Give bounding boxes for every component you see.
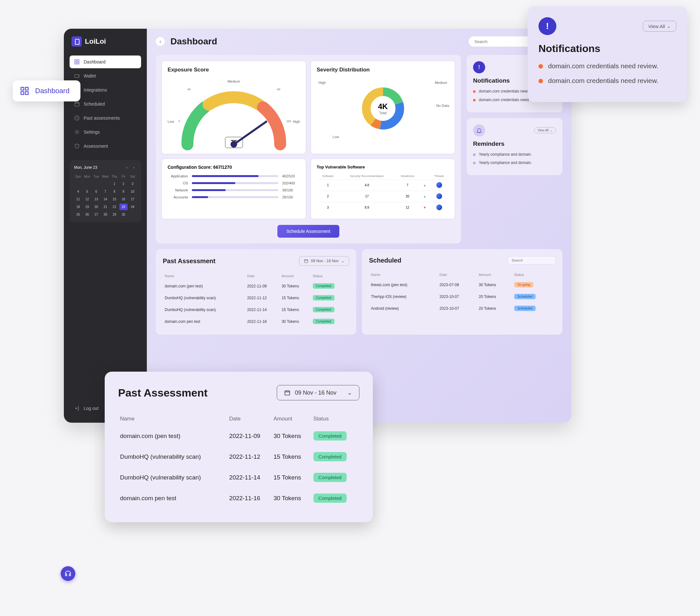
calendar-day (129, 211, 137, 218)
table-row[interactable]: Android (review)2023-10-0720 TokensSched… (370, 303, 555, 314)
svg-point-10 (76, 131, 78, 133)
table-row[interactable]: DumboHQ (vulnerability scan)2022-11-1215… (119, 447, 359, 467)
date-range-picker[interactable]: 09 Nov - 16 Nov ⌄ (277, 385, 359, 400)
calendar-day[interactable]: 12 (83, 196, 91, 203)
schedule-button[interactable]: Schedule Assessment (277, 225, 339, 238)
svg-rect-21 (26, 87, 28, 90)
config-row: OS202/400 (167, 181, 300, 185)
calendar-day[interactable]: 14 (101, 196, 109, 203)
sidebar-item-wallet[interactable]: Wallet (70, 69, 141, 82)
calendar-day[interactable]: 17 (129, 196, 137, 203)
sidebar-item-assessment[interactable]: Assessment (70, 140, 141, 153)
calendar-day[interactable]: 19 (83, 204, 91, 210)
tick: 0 (178, 120, 180, 123)
config-row: Accounts28/150 (167, 195, 300, 199)
table-row[interactable]: DumboHQ (vulnerability scan)2022-11-1415… (119, 467, 359, 487)
calendar-dow: Sat (129, 174, 137, 180)
gauge-label-high: High (293, 120, 300, 124)
table-row[interactable]: domain.com pen test2022-11-1630 TokensCo… (163, 316, 349, 327)
calendar-day[interactable]: 5 (83, 188, 91, 195)
app-window: LoiLoi Dashboard Wallet Integrations Sch… (64, 29, 571, 423)
table-row[interactable]: thewiz.com (pen test)2023-07-0830 Tokens… (370, 279, 555, 290)
svg-rect-1 (77, 60, 79, 61)
table-row[interactable]: TheApp iOS (review)2023-10-0720 TokensSc… (370, 291, 555, 302)
calendar-day[interactable]: 16 (120, 196, 127, 203)
calendar-day (101, 181, 109, 187)
metrics-panel: Exposure Score Medium (156, 55, 461, 243)
calendar-day[interactable]: 13 (92, 196, 100, 203)
vuln-title: Top Vulnerable Software (317, 165, 449, 169)
calendar-day[interactable]: 24 (129, 204, 137, 210)
calendar-day[interactable]: 27 (92, 211, 100, 218)
table-row[interactable]: DumboHQ (vulnerability scan)2022-11-1415… (163, 304, 349, 315)
past-assessment-card: Past Assessment 09 Nov - 16 Nov ⌄ NameDa… (156, 249, 356, 335)
status-dot (473, 162, 476, 164)
calendar-day[interactable]: 11 (74, 196, 82, 203)
calendar-day[interactable]: 23 (120, 204, 127, 210)
svg-rect-8 (75, 102, 79, 106)
list-item: Yearly compliance and domain. (473, 152, 556, 157)
calendar-day[interactable]: 30 (120, 211, 127, 218)
calendar-day[interactable]: 21 (101, 204, 109, 210)
table-row[interactable]: domain.com (pen test)2022-11-0930 Tokens… (119, 426, 359, 446)
gauge-label-medium: Medium (228, 79, 240, 83)
sidebar-item-dashboard[interactable]: Dashboard (70, 55, 141, 68)
back-button[interactable]: ‹ (156, 37, 165, 46)
calendar-title: Mon, June 23 (74, 165, 97, 170)
view-all-button[interactable]: View All ⌄ (534, 127, 556, 133)
view-all-button[interactable]: View All ⌄ (643, 21, 676, 31)
table-row[interactable]: domain.com (pen test)2022-11-0930 Tokens… (163, 280, 349, 292)
lock-icon (72, 36, 82, 47)
column-header: Status (312, 272, 349, 280)
floating-nav-chip[interactable]: Dashboard (13, 80, 80, 101)
table-row[interactable]: domain.com pen test2022-11-1630 TokensCo… (119, 488, 359, 508)
config-value: 39/100 (282, 188, 300, 192)
scheduled-card: Scheduled NameDateAmountStatusthewiz.com… (362, 249, 562, 335)
svg-rect-22 (21, 92, 24, 95)
calendar-day[interactable]: 8 (110, 188, 118, 195)
scheduled-search[interactable] (508, 256, 555, 265)
calendar-day[interactable]: 3 (129, 181, 137, 187)
sidebar-item-settings[interactable]: Settings (70, 126, 141, 139)
calendar-day[interactable]: 18 (74, 204, 82, 210)
calendar-day[interactable]: 26 (83, 211, 91, 218)
calendar-next[interactable]: › (131, 165, 137, 170)
config-value: 202/400 (282, 181, 300, 185)
list-item: Yearly compliance and domain. (473, 160, 556, 166)
calendar-prev[interactable]: ‹ (124, 165, 129, 170)
search-input[interactable] (474, 39, 531, 44)
list-item: domain.com credentials need review. (538, 62, 676, 70)
table-row: 38.912▼ (317, 202, 449, 213)
calendar-day[interactable]: 4 (74, 188, 82, 195)
calendar-day[interactable]: 25 (74, 211, 82, 218)
calendar-day[interactable]: 20 (92, 204, 100, 210)
table-row: 21720▲ (317, 191, 449, 201)
calendar-day[interactable]: 10 (129, 188, 137, 195)
calendar-day[interactable]: 6 (92, 188, 100, 195)
calendar-day[interactable]: 9 (120, 188, 127, 195)
brand-name: LoiLoi (85, 37, 106, 46)
chevron-down-icon: ⌄ (550, 129, 552, 132)
calendar-icon (284, 389, 290, 396)
calendar-day[interactable]: 22 (110, 204, 118, 210)
threat-icon (436, 205, 442, 210)
status-badge: Completed (313, 307, 335, 312)
calendar-day[interactable]: 28 (101, 211, 109, 218)
sidebar-item-past[interactable]: Past assessments (70, 112, 141, 125)
calendar-day[interactable]: 1 (110, 181, 118, 187)
calendar-day[interactable]: 7 (101, 188, 109, 195)
table-row[interactable]: DumboHQ (vulnerability scan)2022-11-1215… (163, 292, 349, 303)
calendar-day[interactable]: 15 (110, 196, 118, 203)
date-range-picker[interactable]: 09 Nov - 16 Nov ⌄ (299, 256, 349, 266)
bar-track (192, 182, 278, 184)
svg-rect-18 (304, 260, 308, 262)
calendar-day[interactable]: 2 (120, 181, 127, 187)
support-button[interactable] (61, 566, 75, 581)
column-header: Amount (280, 272, 311, 280)
calendar-dow: Tue (92, 174, 100, 180)
sidebar-item-label: Dashboard (84, 59, 106, 64)
donut-value: 4K (378, 102, 388, 111)
calendar-day[interactable]: 29 (110, 211, 118, 218)
sidebar-item-scheduled[interactable]: Scheduled (70, 98, 141, 111)
past-title: Past Assessment (163, 257, 215, 265)
